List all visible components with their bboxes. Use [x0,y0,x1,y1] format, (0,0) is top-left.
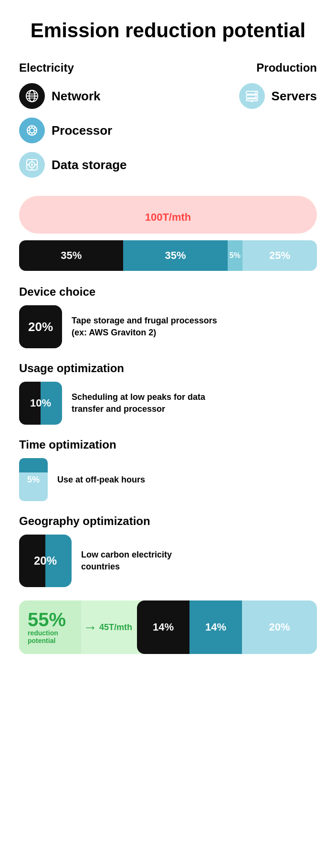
pct-seg-5: 5% [228,240,242,271]
pct-seg-25: 25% [242,240,317,271]
result-value: 45T/mth [99,600,137,654]
device-choice-badge: 20% [19,305,62,348]
usage-text-line2: transfer and processor [72,404,165,414]
geo-text-line2: countries [81,562,120,571]
device-text-line1: Tape storage and frugal processors [72,316,217,325]
result-arrow-icon: → [81,600,99,654]
usage-optimization-section: Usage optimization 10% Scheduling at low… [19,362,317,425]
svg-point-24 [255,96,256,97]
pct-seg-35b: 35% [123,240,227,271]
servers-row: Servers [239,83,317,109]
usage-badge-label: 10% [19,397,62,409]
device-choice-text: Tape storage and frugal processors (ex: … [72,315,217,339]
svg-line-12 [29,132,31,134]
device-choice-section: Device choice 20% Tape storage and fruga… [19,285,317,348]
svg-line-9 [29,127,31,129]
svg-point-15 [31,164,33,166]
time-badge: 5% [19,458,48,501]
usage-badge: 10% [19,382,62,425]
result-seg1: 14% [137,600,189,654]
svg-point-23 [255,92,256,94]
result-seg2: 14% [189,600,242,654]
time-text: Use at off-peak hours [57,474,145,486]
total-unit: /mth [169,211,191,223]
network-icon-circle [19,83,45,109]
total-value: 100T/mth [145,204,191,225]
usage-text-line1: Scheduling at low peaks for data [72,392,205,402]
result-number: 45T [99,622,114,632]
processor-row: Processor [19,118,168,143]
svg-line-10 [34,132,36,134]
network-icon [25,89,39,103]
network-label: Network [52,89,101,104]
time-text-line1: Use at off-peak hours [57,475,145,484]
geo-badge-label: 20% [19,554,72,568]
device-text-line2: (ex: AWS Graviton 2) [72,328,156,337]
servers-icon [245,89,259,103]
result-sub: reductionpotential [28,629,73,644]
device-choice-heading: Device choice [19,285,317,299]
page-title: Emission reduction potential [19,19,317,42]
geo-text-line1: Low carbon electricity [81,550,172,559]
processor-icon [25,123,39,138]
processor-label: Processor [52,123,112,138]
geography-optimization-row: 20% Low carbon electricity countries [19,535,317,587]
usage-optimization-row: 10% Scheduling at low peaks for data tra… [19,382,317,425]
svg-rect-22 [246,99,258,101]
device-choice-row: 20% Tape storage and frugal processors (… [19,305,317,348]
result-seg3: 20% [242,600,317,654]
svg-line-11 [34,127,36,129]
time-optimization-heading: Time optimization [19,438,317,451]
result-pct: 55% [28,610,73,629]
datastorage-icon-circle [19,152,45,178]
network-row: Network [19,83,168,109]
geo-text: Low carbon electricity countries [81,549,172,573]
production-heading: Production [256,61,317,75]
datastorage-icon [25,158,39,172]
percentage-bar: 35% 35% 5% 25% [19,240,317,271]
result-unit: /mth [114,622,132,632]
geography-optimization-heading: Geography optimization [19,514,317,528]
time-badge-top [19,458,48,472]
total-number: 100T [145,211,169,223]
result-left: 55% reductionpotential [19,600,81,654]
usage-text: Scheduling at low peaks for data transfe… [72,391,205,415]
pct-seg-35a: 35% [19,240,123,271]
time-badge-label: 5% [19,475,48,485]
electricity-heading: Electricity [19,61,168,75]
servers-icon-circle [239,83,265,109]
processor-icon-circle [19,118,45,143]
servers-label: Servers [272,89,317,104]
time-optimization-row: 5% Use at off-peak hours [19,458,317,501]
result-row: 55% reductionpotential → 45T/mth 14% 14%… [19,600,317,654]
geography-optimization-section: Geography optimization 20% Low carbon el… [19,514,317,587]
result-bar: 14% 14% 20% [137,600,317,654]
usage-optimization-heading: Usage optimization [19,362,317,375]
datastorage-label: Data storage [52,158,127,172]
datastorage-row: Data storage [19,152,168,178]
geo-badge: 20% [19,535,72,587]
time-optimization-section: Time optimization 5% Use at off-peak hou… [19,438,317,501]
total-bar: 100T/mth [19,196,317,234]
